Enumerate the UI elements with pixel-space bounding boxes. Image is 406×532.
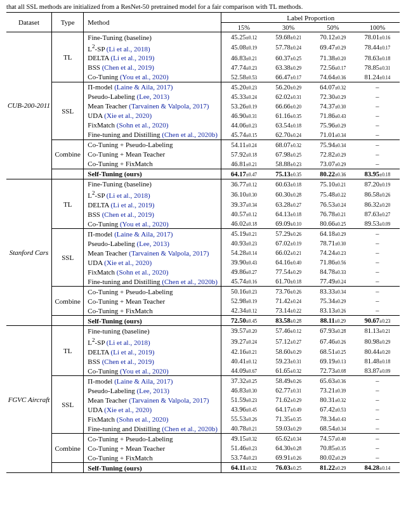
method-cell: FixMatch (Sohn et al., 2020) <box>84 120 221 130</box>
value-cell: 68.54±0.34 <box>311 424 355 434</box>
citation-link[interactable]: (Lee, 2013) <box>137 387 169 394</box>
table-row: SSLΠ-model (Laine & Aila, 2017)45.19±0.2… <box>6 229 400 239</box>
citation-link[interactable]: (You et al., 2020) <box>120 73 169 81</box>
value-cell: 71.62±0.29 <box>266 395 311 405</box>
method-cell: Co-Tuning (You et al., 2020) <box>84 72 221 82</box>
citation-link[interactable]: (You et al., 2020) <box>120 220 169 228</box>
citation-link[interactable]: (Sohn et al., 2020) <box>117 415 169 423</box>
citation-link[interactable]: (Tarvainen & Valpola, 2017) <box>129 249 209 257</box>
citation-link[interactable]: (Xie et al., 2020) <box>104 112 152 119</box>
value-cell: 39.90±0.43 <box>221 257 266 267</box>
citation-link[interactable]: (Li et al., 2019) <box>111 201 155 209</box>
method-cell: UDA (Xie et al., 2020) <box>84 111 221 120</box>
method-cell: UDA (Xie et al., 2020) <box>84 405 221 414</box>
citation-link[interactable]: (Xie et al., 2020) <box>104 259 152 266</box>
citation-link[interactable]: (Chen et al., 2019) <box>102 63 154 71</box>
col-label-proportion: Label Proportion <box>221 13 400 23</box>
value-cell: 75.94±0.34 <box>311 139 355 150</box>
method-cell: Self-Tuning (ours) <box>84 316 221 326</box>
value-cell: 52.58±0.53 <box>221 72 266 82</box>
value-cell: – <box>355 159 400 169</box>
method-cell: Fine-tuning and Distilling (Chen et al.,… <box>84 424 221 434</box>
citation-link[interactable]: (Li et al., 2018) <box>107 191 150 199</box>
value-cell: – <box>355 150 400 159</box>
value-cell: – <box>355 257 400 267</box>
citation-link[interactable]: (Chen et al., 2020b) <box>162 425 218 432</box>
value-cell: 84.28±0.14 <box>355 463 400 473</box>
citation-link[interactable]: (Laine & Aila, 2017) <box>114 230 173 238</box>
value-cell: 72.73±0.08 <box>311 366 355 376</box>
method-cell: Fine-tuning and Distilling (Chen et al.,… <box>84 276 221 287</box>
citation-link[interactable]: (Li et al., 2018) <box>107 339 150 346</box>
citation-link[interactable]: (Chen et al., 2020b) <box>162 131 218 138</box>
citation-link[interactable]: (Tarvainen & Valpola, 2017) <box>129 396 209 404</box>
col-50: 50% <box>311 23 355 32</box>
citation-link[interactable]: (Sohn et al., 2020) <box>117 268 169 276</box>
citation-link[interactable]: (Sohn et al., 2020) <box>117 121 169 129</box>
value-cell: 71.86±0.43 <box>311 111 355 120</box>
value-cell: 80.66±0.25 <box>311 219 355 229</box>
citation-link[interactable]: (You et al., 2020) <box>120 367 169 375</box>
method-cell: BSS (Chen et al., 2019) <box>84 356 221 366</box>
value-cell: 57.92±0.18 <box>221 150 266 159</box>
table-row: FGVC AircraftTLFine-tuning (baseline)39.… <box>6 326 400 336</box>
value-cell: 50.16±0.23 <box>221 287 266 297</box>
citation-link[interactable]: (Li et al., 2018) <box>107 44 150 52</box>
citation-link[interactable]: (Lee, 2013) <box>137 240 169 247</box>
value-cell: 77.49±0.24 <box>311 276 355 287</box>
method-cell: Co-Tuning (You et al., 2020) <box>84 366 221 376</box>
type-cell <box>52 463 84 473</box>
value-cell: 46.90±0.31 <box>221 111 266 120</box>
value-cell: 81.22±0.29 <box>311 463 355 473</box>
value-cell: 71.86±0.56 <box>311 257 355 267</box>
method-cell: Pseudo-Labeling (Lee, 2013) <box>84 238 221 248</box>
value-cell: 78.85±0.31 <box>355 63 400 72</box>
value-cell: 64.30±0.28 <box>266 443 311 453</box>
value-cell: – <box>355 120 400 130</box>
value-cell: – <box>355 386 400 395</box>
value-cell: 73.21±0.39 <box>311 386 355 395</box>
type-cell: TL <box>52 326 84 376</box>
value-cell: 77.54±0.29 <box>266 267 311 276</box>
value-cell: 53.74±0.23 <box>221 453 266 463</box>
col-type: Type <box>52 13 84 32</box>
value-cell: 64.11±0.32 <box>221 463 266 473</box>
value-cell: 63.28±0.27 <box>266 200 311 209</box>
value-cell: 45.08±0.19 <box>221 42 266 53</box>
citation-link[interactable]: (Lee, 2013) <box>137 93 169 100</box>
method-cell: Self-Tuning (ours) <box>84 169 221 179</box>
citation-link[interactable]: (Tarvainen & Valpola, 2017) <box>129 102 209 110</box>
type-cell: TL <box>52 179 84 229</box>
value-cell: 68.51±0.25 <box>311 347 355 356</box>
citation-link[interactable]: (Xie et al., 2020) <box>104 406 152 413</box>
citation-link[interactable]: (Laine & Aila, 2017) <box>114 83 173 91</box>
value-cell: – <box>355 111 400 120</box>
value-cell: 56.20±0.29 <box>266 82 311 92</box>
method-cell: Co-Tuning + Mean Teacher <box>84 296 221 306</box>
citation-link[interactable]: (Li et al., 2019) <box>111 348 155 356</box>
method-cell: Co-Tuning (You et al., 2020) <box>84 219 221 229</box>
method-cell: Π-model (Laine & Aila, 2017) <box>84 376 221 386</box>
table-row: Self-Tuning (ours)64.17±0.4775.13±0.3580… <box>6 169 400 179</box>
value-cell: 81.24±0.14 <box>355 72 400 82</box>
value-cell: 40.41±0.12 <box>221 356 266 366</box>
value-cell: 58.60±0.29 <box>266 347 311 356</box>
citation-link[interactable]: (Laine & Aila, 2017) <box>114 377 173 385</box>
value-cell: 69.19±0.13 <box>311 356 355 366</box>
method-cell: Pseudo-Labeling (Lee, 2013) <box>84 386 221 395</box>
value-cell: 69.09±0.10 <box>266 219 311 229</box>
value-cell: 83.58±0.28 <box>266 316 311 326</box>
value-cell: 80.02±0.29 <box>311 453 355 463</box>
value-cell: – <box>355 424 400 434</box>
value-cell: 80.31±0.32 <box>311 395 355 405</box>
citation-link[interactable]: (Chen et al., 2019) <box>102 358 154 365</box>
value-cell: – <box>355 92 400 101</box>
citation-link[interactable]: (Chen et al., 2020b) <box>162 278 218 285</box>
citation-link[interactable]: (Li et al., 2019) <box>111 54 155 62</box>
value-cell: 73.07±0.29 <box>311 159 355 169</box>
method-cell: Co-Tuning + FixMatch <box>84 453 221 463</box>
citation-link[interactable]: (Chen et al., 2019) <box>102 211 154 218</box>
value-cell: 71.01±0.34 <box>311 130 355 140</box>
value-cell: – <box>355 414 400 424</box>
value-cell: 65.63±0.36 <box>311 376 355 386</box>
